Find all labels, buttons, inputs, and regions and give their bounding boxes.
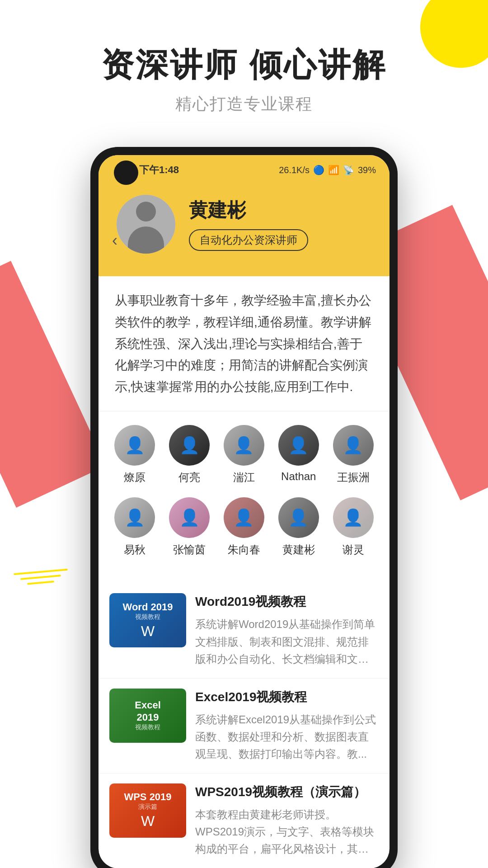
table-row[interactable]: Word 2019 视频教程 W Word2019视频教程 系统讲解Word20… [99,583,389,678]
list-item[interactable]: 👤 燎原 [110,425,159,485]
phone-wrapper: 下午1:48 26.1K/s 🔵 📶 📡 39% ‹ 黄建彬 自动化办公资深讲师 [0,147,488,868]
course-title-wps: WPS2019视频教程（演示篇） [195,783,379,801]
course-thumbnail-word: Word 2019 视频教程 W [109,593,186,647]
course-title-excel: Excel2019视频教程 [195,689,379,706]
wifi-icon: 📡 [343,165,354,175]
instructor-circle-2: 👤 [169,425,210,466]
instructor-circle-8: 👤 [224,497,264,538]
instructors-row-1: 👤 燎原 👤 何亮 👤 湍江 [108,425,380,485]
instructor-label-3: 湍江 [233,470,255,485]
instructor-circle-10: 👤 [333,497,374,538]
word-thumb-sub: 视频教程 [135,613,160,621]
instructor-label-9: 黄建彬 [282,542,315,557]
instructor-info: 黄建彬 自动化办公资深讲师 [189,198,371,251]
instructor-label-2: 何亮 [178,470,200,485]
list-item[interactable]: 👤 王振洲 [329,425,378,485]
instructor-circle-3: 👤 [224,425,264,466]
course-thumbnail-excel: Excel 2019 视频教程 [109,689,186,743]
word-thumb-title: Word 2019 [123,601,173,613]
battery-level: 39% [358,165,376,175]
instructor-circle-4: 👤 [278,425,319,466]
instructor-circle-5: 👤 [333,425,374,466]
face-1: 👤 [114,425,155,466]
face-5: 👤 [333,425,374,466]
excel-thumb-title: Excel [135,699,161,711]
list-item[interactable]: 👤 谢灵 [329,497,378,557]
list-item[interactable]: 👤 Nathan [274,425,323,485]
course-desc-wps: 本套教程由黄建彬老师讲授。WPS2019演示，与文字、表格等模块构成的平台，扁平… [195,806,379,858]
instructor-header: ‹ 黄建彬 自动化办公资深讲师 [99,181,389,276]
course-desc-word: 系统讲解Word2019从基础操作到简单文档排版、制表和图文混排、规范排版和办公… [195,616,379,668]
instructor-tag: 自动化办公资深讲师 [189,229,308,251]
instructor-circle-1: 👤 [114,425,155,466]
bluetooth-icon: 🔵 [313,165,324,175]
status-bar: 下午1:48 26.1K/s 🔵 📶 📡 39% [99,155,389,181]
face-7: 👤 [169,497,210,538]
hero-section: 资深讲师 倾心讲解 精心打造专业课程 [0,0,488,133]
instructor-circle-9: 👤 [278,497,319,538]
face-9: 👤 [278,497,319,538]
instructor-avatar [117,195,175,254]
face-4: 👤 [278,425,319,466]
hero-title: 资深讲师 倾心讲解 [0,45,488,84]
instructors-grid: 👤 燎原 👤 何亮 👤 湍江 [99,411,389,583]
instructor-circle-7: 👤 [169,497,210,538]
course-desc-excel: 系统讲解Excel2019从基础操作到公式函数、数据处理和分析、数据图表直观呈现… [195,711,379,763]
list-item[interactable]: 👤 湍江 [220,425,268,485]
network-speed: 26.1K/s [279,165,310,175]
list-item[interactable]: 👤 易秋 [110,497,159,557]
thumb-word: Word 2019 视频教程 W [109,593,186,647]
instructor-label-8: 朱向春 [228,542,260,557]
course-title-word: Word2019视频教程 [195,593,379,610]
face-8: 👤 [224,497,264,538]
instructor-label-nathan: Nathan [281,470,316,483]
instructor-label-1: 燎原 [124,470,145,485]
instructor-label-7: 张愉茵 [173,542,206,557]
list-item[interactable]: 👤 黄建彬 [274,497,323,557]
hero-subtitle: 精心打造专业课程 [0,93,488,115]
wps-icon: W [141,813,155,830]
word-icon: W [141,623,155,640]
course-thumbnail-wps: WPS 2019 演示篇 W [109,783,186,838]
face-3: 👤 [224,425,264,466]
course-list: Word 2019 视频教程 W Word2019视频教程 系统讲解Word20… [99,583,389,868]
instructor-label-6: 易秋 [124,542,145,557]
face-10: 👤 [333,497,374,538]
phone-camera-notch [114,160,138,185]
excel-thumb-sub: 视频教程 [135,723,160,731]
wps-thumb-sub: 演示篇 [138,803,157,811]
course-info-word: Word2019视频教程 系统讲解Word2019从基础操作到简单文档排版、制表… [195,593,379,668]
instructor-circle-6: 👤 [114,497,155,538]
face-2: 👤 [169,425,210,466]
course-info-excel: Excel2019视频教程 系统讲解Excel2019从基础操作到公式函数、数据… [195,689,379,763]
list-item[interactable]: 👤 朱向春 [220,497,268,557]
list-item[interactable]: 👤 张愉茵 [165,497,214,557]
phone-frame: 下午1:48 26.1K/s 🔵 📶 📡 39% ‹ 黄建彬 自动化办公资深讲师 [90,147,398,868]
avatar-image [117,195,175,254]
table-row[interactable]: Excel 2019 视频教程 Excel2019视频教程 系统讲解Excel2… [99,679,389,774]
excel-thumb-year: 2019 [137,712,159,723]
instructor-description: 从事职业教育十多年，教学经验丰富,擅长办公类软件的教学，教程详细,通俗易懂。教学… [99,276,389,411]
face-6: 👤 [114,497,155,538]
thumb-wps: WPS 2019 演示篇 W [109,783,186,838]
wps-thumb-title: WPS 2019 [124,791,171,803]
instructor-name: 黄建彬 [189,198,371,223]
instructor-label-5: 王振洲 [337,470,370,485]
course-info-wps: WPS2019视频教程（演示篇） 本套教程由黄建彬老师讲授。WPS2019演示，… [195,783,379,858]
thumb-excel: Excel 2019 视频教程 [109,689,186,743]
phone-screen: 下午1:48 26.1K/s 🔵 📶 📡 39% ‹ 黄建彬 自动化办公资深讲师 [99,155,389,868]
instructors-row-2: 👤 易秋 👤 张愉茵 👤 朱向春 [108,497,380,557]
instructor-label-10: 谢灵 [343,542,364,557]
status-time: 下午1:48 [139,163,179,177]
table-row[interactable]: WPS 2019 演示篇 W WPS2019视频教程（演示篇） 本套教程由黄建彬… [99,774,389,868]
list-item[interactable]: 👤 何亮 [165,425,214,485]
signal-icon: 📶 [328,165,339,175]
status-icons: 26.1K/s 🔵 📶 📡 39% [279,165,376,175]
